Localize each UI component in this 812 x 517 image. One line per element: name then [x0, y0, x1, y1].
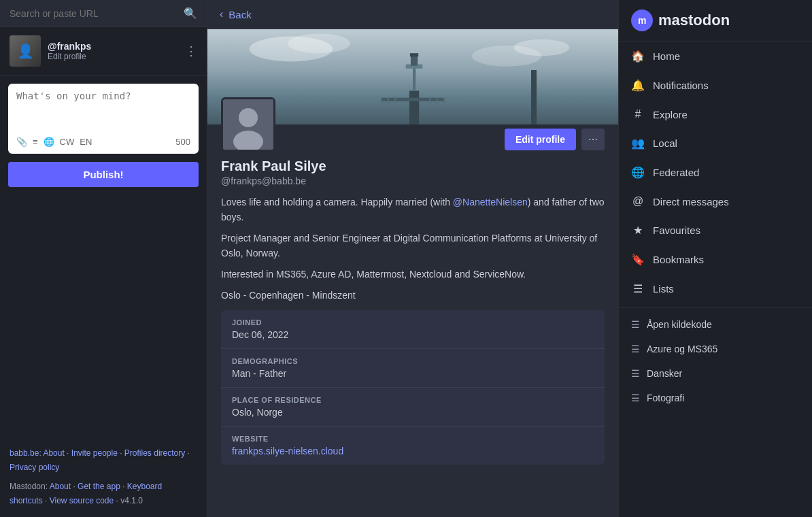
cw-button[interactable]: CW — [60, 137, 75, 147]
profile-info-section: Edit profile ⋯ Frank Paul Silye @frankps… — [207, 124, 618, 476]
search-bar: 🔍 — [0, 0, 207, 27]
list-nav-item-apen[interactable]: ☰ Åpen kildekode — [619, 312, 812, 337]
list-nav-label-dansker: Dansker — [647, 368, 682, 379]
field-label-residence: PLACE OF RESIDENCE — [232, 396, 594, 404]
main-nav: 🏠 Home 🔔 Notifications # Explore 👥 Local… — [619, 41, 812, 303]
profile-avatar-image — [223, 99, 273, 150]
profile-field-demographics: DEMOGRAPHICS Man - Father — [221, 349, 605, 388]
field-value-joined: Dec 06, 2022 — [232, 329, 594, 340]
nav-item-notifications[interactable]: 🔔 Notifications — [619, 71, 812, 100]
nav-label-home: Home — [653, 50, 680, 62]
svg-point-19 — [239, 108, 258, 127]
list-nav-label-fotografi: Fotografi — [647, 393, 684, 403]
language-select[interactable]: EN — [80, 137, 92, 147]
footer-link-privacy[interactable]: Privacy policy — [10, 463, 59, 472]
nav-label-favourites: Favourites — [653, 224, 700, 236]
list-nav-label-azure: Azure og MS365 — [647, 344, 717, 354]
nav-item-bookmarks[interactable]: 🔖 Bookmarks — [619, 245, 812, 274]
nav-divider — [619, 307, 812, 308]
bookmark-icon: 🔖 — [631, 253, 645, 266]
at-icon: @ — [631, 195, 645, 207]
field-label-website: WEBSITE — [232, 435, 594, 443]
right-sidebar: m mastodon 🏠 Home 🔔 Notifications # Expl… — [618, 0, 812, 517]
back-bar[interactable]: ‹ Back — [207, 0, 618, 29]
search-icon[interactable]: 🔍 — [184, 7, 197, 20]
footer-mastodon-links: Mastodon: About · Get the app · Keyboard… — [10, 480, 197, 509]
bio-link-nanette[interactable]: @NanetteNielsen — [453, 197, 528, 207]
compose-box: 📎 ≡ 🌐 CW EN 500 — [8, 84, 199, 154]
nav-item-explore[interactable]: # Explore — [619, 100, 812, 129]
publish-button[interactable]: Publish! — [8, 162, 199, 187]
user-edit-label[interactable]: Edit profile — [48, 52, 178, 61]
nav-item-home[interactable]: 🏠 Home — [619, 41, 812, 71]
list-item-icon-apen: ☰ — [631, 319, 640, 330]
profile-field-residence: PLACE OF RESIDENCE Oslo, Norge — [221, 388, 605, 427]
nav-label-direct-messages: Direct messages — [653, 196, 729, 207]
footer-link-site[interactable]: babb.be — [10, 448, 39, 458]
user-menu-button[interactable]: ⋮ — [185, 44, 197, 59]
profile-bio-1: Loves life and holding a camera. Happily… — [221, 195, 605, 225]
list-nav: ☰ Åpen kildekode ☰ Azure og MS365 ☰ Dans… — [619, 312, 812, 410]
profile-name: Frank Paul Silye — [221, 159, 605, 174]
profile-bio-2: Project Manager and Senior Engineer at D… — [221, 231, 605, 261]
star-icon: ★ — [631, 224, 645, 237]
compose-input[interactable] — [16, 90, 190, 131]
profile-field-website: WEBSITE frankps.silye-nielsen.cloud — [221, 427, 605, 465]
footer-mastodon-label: Mastodon: — [10, 482, 50, 491]
nav-item-direct-messages[interactable]: @ Direct messages — [619, 187, 812, 216]
attachment-icon[interactable]: 📎 — [16, 137, 27, 147]
left-sidebar: 🔍 👤 @frankps Edit profile ⋮ 📎 ≡ 🌐 CW EN … — [0, 0, 207, 517]
footer-link-profiles-directory[interactable]: Profiles directory — [124, 448, 185, 458]
profile-fields: JOINED Dec 06, 2022 DEMOGRAPHICS Man - F… — [221, 310, 605, 465]
profile-avatar — [221, 97, 275, 152]
home-icon: 🏠 — [631, 50, 645, 63]
avatar: 👤 — [10, 35, 41, 67]
nav-label-notifications: Notifications — [653, 80, 709, 91]
nav-item-lists[interactable]: ☰ Lists — [619, 274, 812, 303]
nav-label-bookmarks: Bookmarks — [653, 254, 704, 265]
mastodon-icon: m — [631, 10, 653, 31]
nav-label-federated: Federated — [653, 167, 699, 178]
compose-toolbar: 📎 ≡ 🌐 CW EN 500 — [16, 137, 190, 147]
hashtag-icon: # — [631, 108, 645, 120]
list-item-icon-azure: ☰ — [631, 344, 640, 354]
footer-link-invite[interactable]: Invite people — [71, 448, 118, 458]
user-info: @frankps Edit profile — [48, 41, 178, 61]
brand-logo: m mastodon — [631, 10, 800, 31]
footer-version: v4.1.0 — [120, 496, 143, 505]
svg-rect-7 — [382, 98, 444, 101]
nav-item-federated[interactable]: 🌐 Federated — [619, 158, 812, 187]
search-input[interactable] — [10, 8, 178, 19]
nav-item-local[interactable]: 👥 Local — [619, 129, 812, 158]
svg-text:m: m — [638, 15, 646, 26]
profile-location: Oslo - Copenhagen - Mindszent — [221, 290, 605, 301]
profile-avatar-row: Edit profile ⋯ — [221, 124, 605, 152]
avatar-image: 👤 — [10, 35, 41, 67]
nav-label-local: Local — [653, 137, 677, 149]
list-icon[interactable]: ≡ — [33, 137, 38, 147]
list-nav-item-fotografi[interactable]: ☰ Fotografi — [619, 386, 812, 410]
language-icon[interactable]: 🌐 — [44, 137, 54, 147]
footer-link-source[interactable]: View source code — [50, 496, 114, 505]
footer-link-mastodon-about[interactable]: About — [50, 482, 71, 491]
avatar-svg — [223, 99, 273, 150]
edit-profile-button[interactable]: Edit profile — [505, 129, 576, 150]
nav-item-favourites[interactable]: ★ Favourites — [619, 216, 812, 245]
svg-rect-6 — [409, 90, 419, 124]
svg-point-3 — [288, 34, 350, 54]
footer-link-about[interactable]: About — [43, 448, 64, 458]
local-icon: 👥 — [631, 137, 645, 150]
list-nav-label-apen: Åpen kildekode — [647, 319, 712, 330]
footer-site-links: babb.be: About · Invite people · Profile… — [10, 446, 197, 476]
field-label-demographics: DEMOGRAPHICS — [232, 357, 594, 365]
footer-link-get-app[interactable]: Get the app — [78, 482, 120, 491]
globe-icon: 🌐 — [631, 166, 645, 179]
list-nav-item-dansker[interactable]: ☰ Dansker — [619, 361, 812, 386]
svg-rect-8 — [413, 67, 416, 91]
list-nav-item-azure[interactable]: ☰ Azure og MS365 — [619, 337, 812, 361]
more-options-button[interactable]: ⋯ — [581, 129, 605, 150]
website-link[interactable]: frankps.silye-nielsen.cloud — [232, 446, 343, 456]
field-value-residence: Oslo, Norge — [232, 407, 594, 418]
list-item-icon-fotografi: ☰ — [631, 393, 640, 403]
profile-actions: Edit profile ⋯ — [505, 129, 605, 150]
